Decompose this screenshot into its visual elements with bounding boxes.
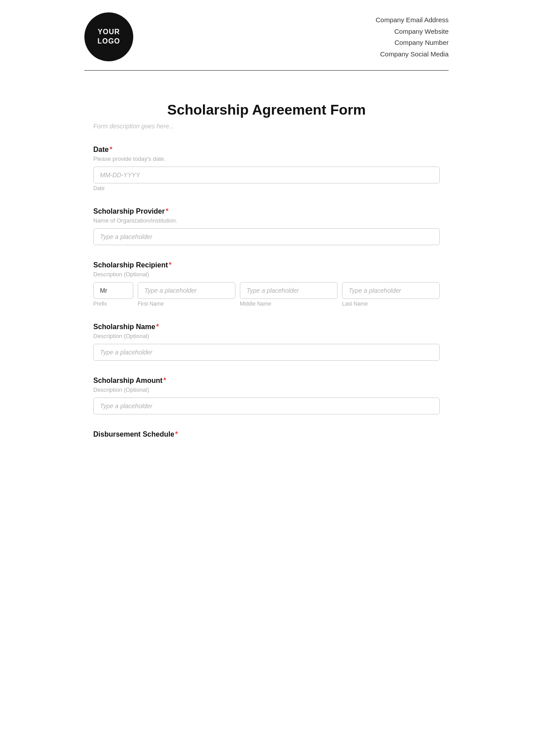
scholarship-amount-input[interactable]	[93, 398, 440, 414]
middle-name-label: Middle Name	[240, 301, 338, 307]
date-hint: Please provide today's date.	[93, 155, 440, 162]
scholarship-provider-hint: Name of Organization/Institution.	[93, 217, 440, 224]
scholarship-recipient-hint: Description (Optional)	[93, 271, 440, 278]
scholarship-recipient-label: Scholarship Recipient*	[93, 261, 440, 269]
prefix-col: Prefix	[93, 282, 133, 307]
date-field-group: Date* Please provide today's date. Date	[93, 146, 440, 191]
disbursement-schedule-label: Disbursement Schedule*	[93, 430, 440, 438]
company-number-label: Company Number	[376, 37, 449, 48]
scholarship-recipient-required-star: *	[169, 261, 171, 269]
first-name-col: First Name	[138, 282, 235, 307]
header: YOUR LOGO Company Email Address Company …	[67, 0, 466, 70]
scholarship-name-label: Scholarship Name*	[93, 323, 440, 331]
date-label: Date*	[93, 146, 440, 154]
date-required-star: *	[110, 146, 112, 153]
scholarship-provider-field-group: Scholarship Provider* Name of Organizati…	[93, 207, 440, 245]
recipient-name-row: Prefix First Name Middle Name Last Name	[93, 282, 440, 307]
form-title: Scholarship Agreement Form	[93, 102, 440, 118]
disbursement-schedule-required-star: *	[175, 430, 178, 438]
first-name-input[interactable]	[138, 282, 235, 299]
scholarship-provider-label: Scholarship Provider*	[93, 207, 440, 215]
scholarship-name-hint: Description (Optional)	[93, 333, 440, 339]
prefix-label: Prefix	[93, 301, 133, 307]
scholarship-name-required-star: *	[156, 323, 159, 330]
form-description: Form description goes here...	[93, 123, 440, 130]
scholarship-name-field-group: Scholarship Name* Description (Optional)	[93, 323, 440, 361]
scholarship-name-input[interactable]	[93, 344, 440, 361]
middle-name-col: Middle Name	[240, 282, 338, 307]
last-name-col: Last Name	[342, 282, 440, 307]
scholarship-recipient-field-group: Scholarship Recipient* Description (Opti…	[93, 261, 440, 307]
logo-line1: YOUR	[98, 28, 120, 37]
company-email-label: Company Email Address	[376, 14, 449, 26]
scholarship-amount-required-star: *	[163, 377, 166, 384]
company-website-label: Company Website	[376, 26, 449, 37]
scholarship-amount-field-group: Scholarship Amount* Description (Optiona…	[93, 377, 440, 414]
scholarship-provider-input[interactable]	[93, 228, 440, 245]
main-content: Scholarship Agreement Form Form descript…	[67, 71, 466, 481]
date-note: Date	[93, 185, 440, 191]
logo-line2: LOGO	[97, 37, 120, 46]
company-logo: YOUR LOGO	[84, 12, 133, 61]
company-social-label: Company Social Media	[376, 48, 449, 60]
middle-name-input[interactable]	[240, 282, 338, 299]
first-name-label: First Name	[138, 301, 235, 307]
date-input[interactable]	[93, 167, 440, 183]
last-name-input[interactable]	[342, 282, 440, 299]
scholarship-provider-required-star: *	[166, 207, 168, 215]
scholarship-amount-label: Scholarship Amount*	[93, 377, 440, 385]
last-name-label: Last Name	[342, 301, 440, 307]
disbursement-schedule-field-group: Disbursement Schedule*	[93, 430, 440, 438]
prefix-input[interactable]	[93, 282, 133, 299]
company-info: Company Email Address Company Website Co…	[376, 14, 449, 60]
scholarship-amount-hint: Description (Optional)	[93, 386, 440, 393]
